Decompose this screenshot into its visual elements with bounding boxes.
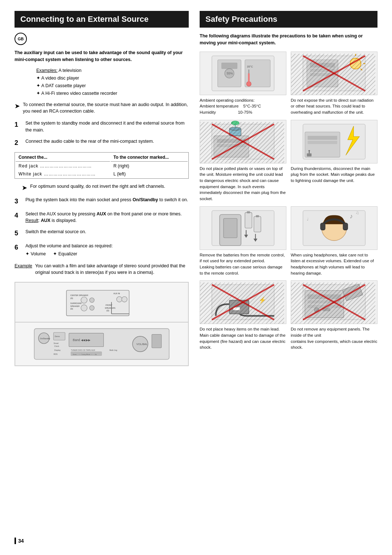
arrow-icon: ➤ — [15, 101, 20, 111]
no-panels-img — [291, 280, 377, 324]
thunderstorm-img — [291, 120, 377, 163]
safety-intro: The following diagrams illustrate the pr… — [200, 33, 377, 46]
ambient-caption: Ambient operating conditions: Ambient te… — [200, 97, 286, 116]
safety-item-batteries: Remove the batteries from the remote con… — [200, 206, 286, 276]
step-5-num: 5 — [15, 228, 22, 238]
svg-text:Down ←── Tuning Mode ──→ Up: Down ←── Tuning Mode ──→ Up — [73, 353, 97, 355]
example-text: You can watch a film and take advantage … — [35, 263, 189, 276]
example-3: A Hi-Fi stereo video cassette recorder — [36, 91, 117, 96]
svg-point-12 — [122, 297, 127, 302]
svg-rect-71 — [308, 141, 338, 144]
safety-item-no-plants: Do not place potted plants or vases on t… — [200, 120, 286, 202]
equalizer-label: Equalizer — [53, 251, 77, 258]
svg-point-63 — [229, 127, 241, 130]
no-panels-svg — [291, 281, 377, 324]
connector-col1-header: Connect the... — [16, 153, 110, 162]
svg-text:On/Standby: On/Standby — [40, 337, 50, 340]
ambient-img: 55% 35°C — [200, 52, 286, 95]
svg-text:(Ω): (Ω) — [106, 310, 109, 312]
svg-rect-78 — [224, 218, 237, 238]
examples-block: Examples: A television A video disc play… — [36, 67, 189, 98]
svg-rect-61 — [217, 144, 246, 147]
volume-label: Volume — [25, 251, 46, 258]
connector-row-0-col2: R (right) — [111, 162, 188, 170]
example-1: A video disc player — [36, 76, 79, 81]
svg-rect-90 — [343, 223, 348, 230]
thunderstorm-svg — [291, 120, 377, 163]
svg-text:RDS: RDS — [53, 353, 58, 355]
safety-grid: 55% 35°C Ambient operating conditions: A… — [200, 52, 377, 351]
right-title: Safety Precautions — [200, 11, 377, 28]
svg-point-7 — [81, 305, 87, 311]
rear-connections-diagram: CENTER SPEAKER (Ω) SURROUND SPEAKER (Ω) … — [15, 282, 188, 322]
arrow2-icon: ➤ — [22, 183, 27, 193]
step-2-num: 2 — [15, 138, 22, 148]
no-heavy-svg: ▄▄ ⚡ — [200, 281, 286, 324]
note1-block: ➤ To connect the external source, the so… — [15, 101, 189, 115]
step-2: 2 Connect the audio cable to the rear of… — [15, 138, 189, 148]
connector-row-1-col2: L (left) — [111, 170, 188, 178]
intro-text: The auxiliary input can be used to take … — [15, 49, 189, 63]
svg-text:SPEAKER: SPEAKER — [70, 305, 80, 307]
safety-item-no-heavy: ▄▄ ⚡ Do not place heavy items on the mai… — [200, 280, 286, 351]
safety-item-ambient: 55% 35°C Ambient operating conditions: A… — [200, 52, 286, 116]
example-0: A television — [58, 68, 81, 73]
connector-row-1: White jack …………………………… L (left) — [16, 170, 188, 178]
right-column: Safety Precautions The following diagram… — [200, 11, 377, 544]
svg-rect-73 — [307, 153, 311, 157]
no-sun-caption: Do not expose the unit to direct sun rad… — [291, 97, 377, 116]
svg-rect-45 — [248, 73, 249, 84]
example-2: A DAT cassette player — [36, 83, 86, 88]
svg-text:♩: ♩ — [307, 216, 309, 221]
svg-rect-80 — [247, 211, 250, 213]
headphones-caption: When using headphones, take care not to … — [291, 252, 377, 276]
svg-text:Multi Jog: Multi Jog — [109, 349, 117, 351]
left-column: Connecting to an External Source GB The … — [15, 11, 189, 544]
step-4-result: Result: AUX is displayed. — [25, 218, 77, 223]
svg-text:♫: ♫ — [356, 210, 359, 215]
page: Connecting to an External Source GB The … — [0, 0, 392, 555]
headphones-img: ♪ ♫ ♩ — [291, 206, 377, 250]
front-svg: On/Standby Demo Smart Clock Display RDS … — [24, 325, 179, 363]
svg-text:Clock: Clock — [54, 345, 59, 347]
svg-rect-35 — [152, 334, 162, 348]
note2-text: For optimum sound quality, do not invert… — [30, 183, 165, 190]
step-1-num: 1 — [15, 120, 22, 134]
ambient-svg: 55% 35°C — [200, 52, 286, 95]
svg-text:(Ω): (Ω) — [70, 297, 73, 299]
svg-text:TUNER  DVD CD  TAPE  AUX: TUNER DVD CD TAPE AUX — [71, 349, 95, 351]
svg-text:♪: ♪ — [350, 212, 353, 220]
connector-col2-header: To the connector marked... — [111, 153, 188, 162]
svg-rect-79 — [245, 212, 252, 228]
note1-text: To connect the external source, the sour… — [23, 101, 189, 115]
safety-item-no-sun: Do not expose the unit to direct sun rad… — [291, 52, 377, 116]
page-number-block: 34 — [15, 538, 24, 544]
example-block: Example You can watch a film and take ad… — [15, 263, 189, 276]
example-label: Example — [15, 263, 32, 276]
svg-point-65 — [231, 121, 239, 125]
step-4-content: Select the AUX source by pressing AUX on… — [25, 211, 189, 224]
page-number: 34 — [18, 538, 24, 544]
svg-rect-89 — [320, 223, 325, 230]
step-5-content: Switch the external source on. — [25, 228, 189, 238]
svg-text:AUX IN: AUX IN — [113, 292, 120, 295]
headphones-svg: ♪ ♫ ♩ — [291, 207, 377, 250]
svg-point-8 — [90, 298, 94, 303]
svg-text:CENTER SPEAKER: CENTER SPEAKER — [70, 295, 88, 297]
no-plants-caption: Do not place potted plants or vases on t… — [200, 166, 286, 202]
step-2-content: Connect the audio cable to the rear of t… — [25, 138, 189, 148]
step-1: 1 Set the system to standby mode and dis… — [15, 120, 189, 134]
svg-text:SPEAKERS: SPEAKERS — [105, 307, 115, 309]
svg-rect-81 — [254, 216, 261, 232]
batteries-caption: Remove the batteries from the remote con… — [200, 252, 286, 276]
rear-diagram: CENTER SPEAKER (Ω) SURROUND SPEAKER (Ω) … — [15, 282, 189, 366]
safety-item-thunderstorm: During thunderstorms, disconnect the mai… — [291, 120, 377, 202]
step-6-content: Adjust the volume and balance as require… — [25, 243, 189, 258]
step-1-content: Set the system to standby mode and disco… — [25, 120, 189, 134]
no-heavy-img: ▄▄ ⚡ — [200, 280, 286, 324]
safety-intro-text: The following diagrams illustrate the pr… — [200, 33, 363, 45]
svg-text:Display: Display — [54, 349, 61, 351]
svg-text:(Ω): (Ω) — [70, 308, 73, 310]
step-4-num: 4 — [15, 211, 22, 224]
svg-text:35°C: 35°C — [247, 65, 253, 68]
